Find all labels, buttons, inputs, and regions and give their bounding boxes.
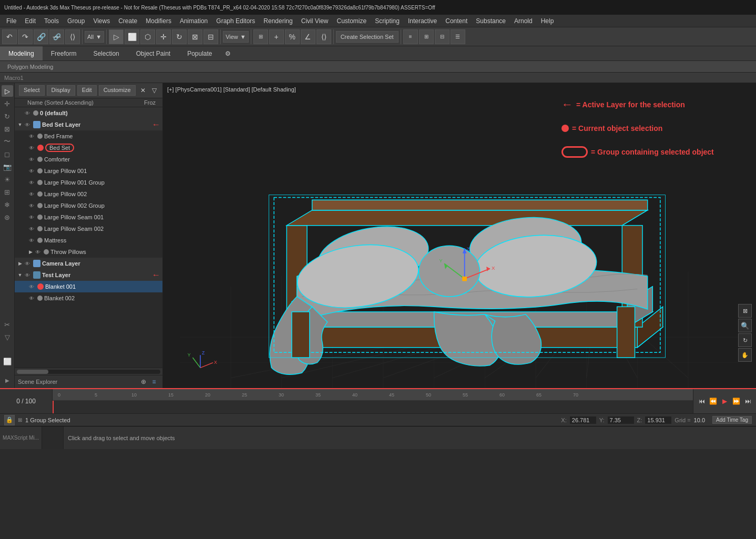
play-button[interactable]: ▶	[720, 396, 730, 406]
menu-create[interactable]: Create	[114, 16, 141, 26]
vis-icon-large-pillow-001-group[interactable]: 👁	[27, 178, 36, 187]
sidebar-camera-icon[interactable]: 📷	[2, 161, 13, 172]
scene-tree[interactable]: 👁 0 (default) ▼ 👁 Bed Set Layer ← 👁 Be	[15, 107, 162, 368]
move-tool[interactable]: ✛	[156, 29, 171, 44]
vis-icon-large-pillow-002-group[interactable]: 👁	[27, 201, 36, 210]
sidebar-squiggly-icon[interactable]: 〜	[2, 136, 13, 147]
redo-button[interactable]: ↷	[18, 29, 33, 44]
menu-interactive[interactable]: Interactive	[404, 16, 441, 26]
tab-populate[interactable]: Populate	[179, 46, 220, 60]
sidebar-select-icon[interactable]: ▷	[2, 85, 13, 97]
table-view-button[interactable]: ⊟	[435, 29, 449, 44]
vis-icon-large-pillow-002[interactable]: 👁	[27, 190, 36, 198]
vis-icon-throw-pillows[interactable]: 👁	[34, 248, 42, 256]
layer-item-bed-set[interactable]: ▼ 👁 Bed Set Layer ←	[15, 119, 162, 130]
layer-item-camera[interactable]: ▶ 👁 Camera Layer	[15, 258, 162, 269]
column-frozen-header[interactable]: Froz	[139, 99, 160, 106]
lock-transform-icon[interactable]: 🔒	[4, 415, 15, 425]
vis-icon-large-pillow-seam-001[interactable]: 👁	[27, 213, 36, 221]
scene-select-btn[interactable]: Select	[19, 85, 45, 96]
vis-icon-blanket-002[interactable]: 👁	[27, 294, 36, 302]
sidebar-scale-icon[interactable]: ⊠	[2, 123, 13, 135]
menu-substance[interactable]: Substance	[472, 16, 510, 26]
vis-icon-mattress[interactable]: 👁	[27, 236, 36, 245]
create-selection-set-button[interactable]: Create Selection Set	[336, 31, 399, 43]
expand-icon-test[interactable]: ▼	[17, 272, 23, 278]
scrollbar-thumb[interactable]	[17, 370, 48, 374]
tree-item-mattress[interactable]: 👁 Mattress	[15, 235, 162, 246]
menu-tools[interactable]: Tools	[40, 16, 63, 26]
sidebar-arrow-icon[interactable]: ▶	[2, 374, 13, 386]
vis-icon-comforter[interactable]: 👁	[27, 155, 36, 164]
layer-item-default[interactable]: 👁 0 (default)	[15, 107, 162, 119]
vis-icon-camera[interactable]: 👁	[23, 259, 32, 268]
vis-icon-bed-set[interactable]: 👁	[23, 120, 32, 129]
sidebar-knife-icon[interactable]: ✂	[2, 319, 13, 330]
vis-icon-large-pillow-seam-002[interactable]: 👁	[27, 225, 36, 233]
zoom-extents-button[interactable]: ⊠	[738, 304, 752, 318]
go-end-button[interactable]: ⏭	[743, 396, 753, 406]
menu-edit[interactable]: Edit	[21, 16, 40, 26]
vis-icon-default[interactable]: 👁	[23, 109, 32, 117]
layer-manager-button[interactable]: ≡	[403, 29, 418, 44]
timeline-ruler[interactable]: 0 5 10 15 20 25 30 35 40 45 50 55 60 65 …	[53, 389, 693, 413]
undo-button[interactable]: ↶	[2, 29, 17, 44]
menu-views[interactable]: Views	[89, 16, 114, 26]
tree-item-large-pillow-seam-002[interactable]: 👁 Large Pillow Seam 002	[15, 223, 162, 235]
sidebar-shapes-icon[interactable]: ◻	[2, 148, 13, 160]
scene-explorer-options-icon[interactable]: ⊕	[138, 377, 149, 387]
angle-snap[interactable]: ∠	[301, 29, 315, 44]
sidebar-pin-icon[interactable]: ⊛	[2, 211, 13, 223]
go-start-button[interactable]: ⏮	[697, 396, 707, 406]
scene-filter-btn[interactable]: ▽	[149, 85, 160, 96]
menu-civil-view[interactable]: Civil View	[297, 16, 333, 26]
y-value[interactable]: 7.35	[608, 416, 634, 424]
mirror-tool[interactable]: ⊟	[203, 29, 218, 44]
x-value[interactable]: 26.781	[570, 416, 596, 424]
pan-button[interactable]: ✋	[738, 348, 752, 362]
select-tool[interactable]: ▷	[109, 29, 124, 44]
view-dropdown[interactable]: View ▼	[223, 31, 249, 43]
menu-file[interactable]: File	[2, 16, 21, 26]
align-button[interactable]: ⊞	[253, 29, 268, 44]
tree-item-large-pillow-002[interactable]: 👁 Large Pillow 002	[15, 188, 162, 200]
expand-icon-bed-set[interactable]: ▼	[17, 122, 23, 127]
menu-content[interactable]: Content	[441, 16, 472, 26]
vis-icon-test[interactable]: 👁	[23, 271, 32, 279]
filter-dropdown[interactable]: All ▼	[85, 31, 104, 43]
menu-modifiers[interactable]: Modifiers	[141, 16, 176, 26]
orbit-button[interactable]: ↻	[738, 333, 752, 347]
snap-options[interactable]: ⟨⟩	[316, 29, 331, 44]
tree-item-blanket-001[interactable]: 👁 Blanket 001	[15, 281, 162, 292]
sidebar-funnel-icon[interactable]: ▽	[2, 331, 13, 343]
menu-animation[interactable]: Animation	[176, 16, 212, 26]
vis-icon-bed-set-obj[interactable]: 👁	[27, 144, 36, 152]
menu-graph-editors[interactable]: Graph Editors	[212, 16, 259, 26]
tab-modeling[interactable]: Modeling	[0, 46, 43, 60]
vis-icon-blanket-001[interactable]: 👁	[27, 282, 36, 291]
tab-object-paint[interactable]: Object Paint	[128, 46, 179, 60]
scene-edit-btn[interactable]: Edit	[77, 85, 97, 96]
tab-freeform[interactable]: Freeform	[43, 46, 85, 60]
tree-item-comforter[interactable]: 👁 Comforter	[15, 154, 162, 165]
scene-explorer-layers-icon[interactable]: ≡	[149, 377, 159, 387]
sidebar-light-icon[interactable]: ☀	[2, 174, 13, 185]
tree-item-bed-frame[interactable]: 👁 Bed Frame	[15, 130, 162, 142]
tab-selection[interactable]: Selection	[85, 46, 127, 60]
menu-scripting[interactable]: Scripting	[371, 16, 404, 26]
next-frame-button[interactable]: ⏩	[731, 396, 742, 406]
expand-icon-camera[interactable]: ▶	[17, 261, 23, 266]
grid-button[interactable]: ⊞	[419, 29, 434, 44]
sidebar-object-icon[interactable]: ⬜	[2, 355, 13, 367]
tree-item-large-pillow-seam-001[interactable]: 👁 Large Pillow Seam 001	[15, 211, 162, 223]
percent-snap[interactable]: %	[285, 29, 300, 44]
vis-icon-large-pillow-001[interactable]: 👁	[27, 167, 36, 175]
sidebar-rotate-icon[interactable]: ↻	[2, 110, 13, 122]
rotate-tool[interactable]: ↻	[172, 29, 187, 44]
tree-item-large-pillow-001-group[interactable]: 👁 Large Pillow 001 Group	[15, 177, 162, 188]
unlink-button[interactable]: 🔗	[49, 29, 64, 44]
bind-button[interactable]: ⟨⟩	[65, 29, 80, 44]
add-time-tag-button[interactable]: Add Time Tag	[712, 416, 752, 424]
snap-tool[interactable]: +	[269, 29, 284, 44]
scene-customize-btn[interactable]: Customize	[99, 85, 136, 96]
